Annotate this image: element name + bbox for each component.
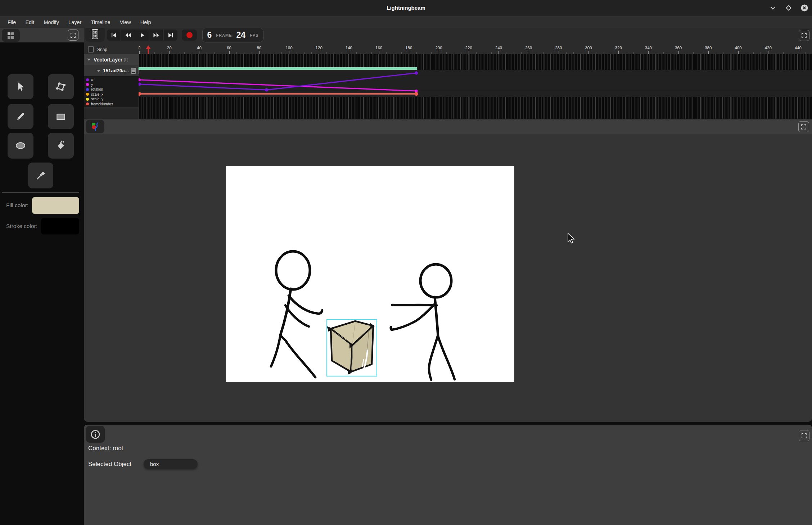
property-color-dot — [86, 78, 89, 81]
timeline-ruler[interactable]: 0204060801001201401601802002202402602803… — [139, 45, 812, 54]
menu-item-modify[interactable]: Modify — [39, 16, 64, 28]
ruler-tick — [169, 51, 170, 54]
keyframe-x[interactable] — [415, 71, 418, 74]
property-row-scale-x[interactable]: scale_x — [84, 92, 139, 97]
timeline-panel: 6 FRAME 24 FPS Snap VectorLayer [L] 151a… — [84, 28, 812, 119]
sidebar-expand-button[interactable] — [68, 29, 78, 41]
keyframe-frameNumber[interactable] — [139, 92, 141, 96]
keyframe-x[interactable] — [265, 88, 268, 91]
fill-color-swatch[interactable] — [32, 197, 79, 214]
timeline-expand-button[interactable] — [799, 30, 809, 41]
fps-value: 24 — [236, 30, 245, 40]
select-tool-button[interactable] — [8, 74, 33, 99]
transform-tool-button[interactable] — [48, 74, 74, 99]
ellipse-tool-button[interactable] — [8, 133, 33, 159]
animation-curves — [139, 54, 812, 119]
ruler-tick — [409, 51, 409, 54]
snap-checkbox[interactable] — [88, 46, 94, 52]
property-row-rotation[interactable]: rotation — [84, 87, 139, 92]
property-color-dot — [86, 102, 89, 105]
rectangle-tool-button[interactable] — [48, 104, 74, 129]
keyframe-mode-button[interactable] — [131, 68, 136, 74]
keyframe-track-area[interactable] — [139, 54, 812, 119]
property-color-dot — [86, 88, 89, 91]
property-color-dot — [86, 98, 89, 101]
skip-to-start-button[interactable] — [107, 29, 121, 41]
ruler-tick — [289, 51, 289, 54]
film-button[interactable] — [85, 28, 105, 42]
timeline-layers-column: Snap VectorLayer [L] 151ad70a... ~ x y r… — [84, 45, 139, 119]
ruler-label: 400 — [735, 46, 741, 50]
menu-item-edit[interactable]: Edit — [21, 16, 39, 28]
ruler-tick — [259, 51, 260, 54]
maximize-button[interactable] — [785, 4, 793, 12]
collapse-triangle-icon[interactable] — [87, 59, 91, 61]
layer-badge: [L] — [124, 58, 128, 62]
keyframe-y[interactable] — [139, 78, 141, 81]
fast-forward-icon — [153, 32, 160, 38]
property-row-scale-y[interactable]: scale_y — [84, 97, 139, 102]
fps-label: FPS — [250, 33, 258, 37]
canvas-panel — [84, 119, 812, 422]
frame-label: FRAME — [216, 33, 232, 37]
paint-bucket-tool-button[interactable] — [48, 133, 74, 159]
collapse-triangle-icon[interactable] — [97, 70, 100, 72]
property-row-framenumber[interactable]: frameNumber — [84, 102, 139, 107]
menu-item-file[interactable]: File — [3, 16, 21, 28]
ruler-tick — [768, 51, 768, 54]
curve-y[interactable] — [139, 80, 416, 91]
selected-object-value: box — [150, 461, 159, 467]
menu-bar: File Edit Modify Layer Timeline View Hel… — [0, 16, 812, 28]
layer-row-vectorlayer[interactable]: VectorLayer [L] — [84, 54, 139, 65]
selected-object-field[interactable]: box — [144, 459, 198, 469]
object-row[interactable]: 151ad70a... ~ — [84, 65, 139, 76]
menu-item-help[interactable]: Help — [136, 16, 156, 28]
ruler-label: 200 — [435, 46, 442, 50]
skip-end-icon — [167, 32, 174, 38]
window-controls — [769, 0, 808, 16]
record-button[interactable] — [182, 29, 197, 41]
layer-extent-bar[interactable] — [139, 67, 417, 70]
keyframe-frameNumber[interactable] — [414, 92, 418, 96]
menu-item-layer[interactable]: Layer — [64, 16, 86, 28]
property-row-y[interactable]: y — [84, 82, 139, 87]
animation-stage[interactable] — [226, 166, 514, 382]
transform-nodes-icon — [55, 81, 67, 92]
diamond-icon — [785, 4, 792, 12]
stick-figure-right — [391, 264, 455, 380]
selected-object-label: Selected Object — [88, 461, 131, 468]
skip-to-end-button[interactable] — [164, 29, 177, 41]
info-button[interactable] — [86, 426, 105, 443]
play-button[interactable] — [135, 29, 149, 41]
select-arrow-icon — [15, 81, 26, 92]
expand-icon — [801, 124, 807, 130]
box-object[interactable] — [327, 320, 377, 376]
inspector-expand-button[interactable] — [799, 430, 809, 441]
property-row-x[interactable]: x — [84, 77, 139, 82]
menu-item-view[interactable]: View — [115, 16, 136, 28]
ruler-tick — [469, 51, 469, 54]
close-button[interactable] — [800, 4, 808, 12]
snap-label: Snap — [97, 47, 107, 52]
stick-figure-left — [271, 251, 322, 377]
pencil-tool-button[interactable] — [8, 104, 33, 129]
property-label: scale_y — [91, 97, 103, 101]
panel-grid-button[interactable] — [2, 29, 20, 42]
property-color-dot — [86, 83, 89, 86]
chevron-down-icon — [769, 4, 776, 12]
fast-forward-button[interactable] — [149, 29, 163, 41]
shapes-mode-button[interactable] — [86, 120, 104, 133]
minimize-button[interactable] — [769, 4, 777, 12]
ruler-label: 440 — [795, 46, 802, 50]
menu-item-timeline[interactable]: Timeline — [86, 16, 115, 28]
eyedropper-tool-button[interactable] — [28, 163, 53, 188]
keyframe-x[interactable] — [139, 82, 141, 86]
rewind-button[interactable] — [121, 29, 135, 41]
canvas-expand-button[interactable] — [798, 121, 809, 132]
playhead[interactable] — [146, 45, 151, 54]
ruler-tick — [229, 51, 230, 54]
fill-color-label: Fill color: — [6, 202, 28, 209]
ruler-tick — [139, 51, 140, 54]
rectangle-icon — [55, 111, 67, 122]
stroke-color-swatch[interactable] — [41, 218, 79, 234]
